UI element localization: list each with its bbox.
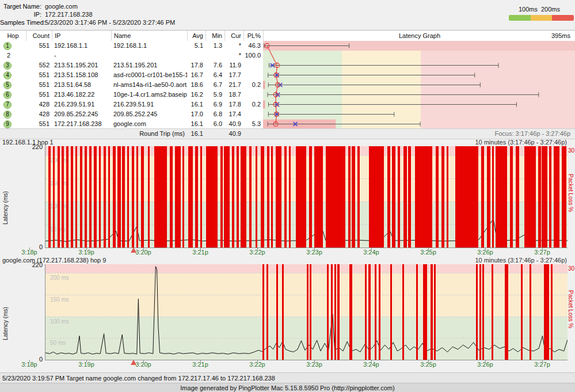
packet-loss-bar <box>375 264 376 360</box>
packet-loss-bar <box>309 146 312 248</box>
x-label: 3:26p <box>477 361 493 368</box>
hop-number: 2 <box>0 51 26 60</box>
table-header-row: HopCountIPNameAvgMinCurPL%Latency Graph3… <box>0 31 575 41</box>
column-header-ip[interactable]: IP <box>52 31 111 41</box>
packet-loss-bar <box>94 146 97 248</box>
packet-loss-bar <box>369 146 383 248</box>
x-label: 3:19p <box>78 361 94 368</box>
graph1-plot-area[interactable]: 200 ms150 ms100 ms50 ms <box>45 146 568 248</box>
cell-ip: 192.168.1.1 <box>52 41 111 51</box>
ip-value: 172.217.168.238 <box>45 11 93 18</box>
column-header-cur[interactable]: Cur <box>224 31 243 41</box>
latency-scale-max-label: 395ms <box>535 31 573 41</box>
cell-ip: 213.51.195.201 <box>52 60 111 70</box>
packet-loss-bar <box>331 264 333 360</box>
hop-number-badge: 5 <box>3 81 12 89</box>
cell-cur: 17.8 <box>224 100 243 109</box>
cell-pl: 46.3 <box>243 41 263 51</box>
x-label: 3:27p <box>534 361 550 368</box>
cell-count: 551 <box>26 41 52 51</box>
packet-loss-bar <box>266 264 268 360</box>
latency-scale-legend: 100ms 200ms <box>509 6 574 23</box>
column-header-graph[interactable]: Latency Graph <box>263 31 575 41</box>
timeline-graph-hop9: google.com (172.217.168.238) hop 9 10 mi… <box>0 257 575 369</box>
cell-cur: 21.7 <box>224 80 243 90</box>
packet-loss-bar <box>505 264 508 360</box>
packet-loss-bar <box>431 264 432 360</box>
packet-loss-bar <box>521 264 523 360</box>
column-header-pl[interactable]: PL% <box>243 31 263 41</box>
cell-pl <box>243 70 263 80</box>
packet-loss-bar <box>220 146 223 248</box>
packet-loss-bar <box>314 146 323 248</box>
cell-min: 1.3 <box>205 41 224 51</box>
packet-loss-bar <box>195 146 198 248</box>
packet-loss-bar <box>200 146 203 248</box>
packet-loss-bar <box>148 146 150 248</box>
graph1-xaxis: 3:18p3:19p3:20p3:21p3:22p3:23p3:24p3:25p… <box>0 248 575 257</box>
column-header-name[interactable]: Name <box>111 31 187 41</box>
packet-loss-bar <box>310 264 311 360</box>
column-header-hop[interactable]: Hop <box>0 31 26 41</box>
cell-avg: 17.8 <box>187 60 205 70</box>
hop-number-badge: 4 <box>3 71 12 79</box>
column-header-count[interactable]: Count <box>26 31 52 41</box>
cell-pl: 0.2 <box>243 80 263 90</box>
graph2-plot-area[interactable]: 200 ms150 ms100 ms50 ms <box>45 264 568 360</box>
packet-loss-bar <box>276 264 278 360</box>
samples-timed-value: 5/23/2020 3:17:46 PM - 5/23/2020 3:27:46… <box>45 19 175 26</box>
packet-loss-bar <box>276 146 281 248</box>
x-label: 3:23p <box>306 361 322 368</box>
packet-loss-bar <box>348 146 351 248</box>
cell-cur: 11.9 <box>224 60 243 70</box>
cell-count: 551 <box>26 90 52 100</box>
packet-loss-bar <box>329 146 346 248</box>
packet-loss-bar <box>117 146 120 248</box>
packet-loss-bar <box>387 146 390 248</box>
cell-cur: 17.4 <box>224 109 243 119</box>
legend-yellow-segment <box>531 15 553 21</box>
cell-min: 6.0 <box>205 119 224 129</box>
column-header-min[interactable]: Min <box>205 31 224 41</box>
x-label: 3:18p <box>21 249 37 256</box>
graph2-lossmax-label: 30 <box>568 265 574 272</box>
cell-min: 6.4 <box>205 70 224 80</box>
cell-count: 552 <box>26 60 52 70</box>
packet-loss-bar <box>224 146 230 248</box>
cell-pl: 0.2 <box>243 100 263 109</box>
cell-name: nl-ams14a-ri1-ae50-0.aorta.ne <box>111 80 187 90</box>
packet-loss-bar <box>154 146 167 248</box>
packet-loss-bar <box>307 264 309 360</box>
packet-loss-bar <box>89 146 92 248</box>
column-header-avg[interactable]: Avg <box>187 31 205 41</box>
packet-loss-bar <box>296 146 306 248</box>
packet-loss-bar <box>479 264 481 360</box>
cell-pl <box>243 109 263 119</box>
hop-number-badge: 9 <box>3 120 12 128</box>
event-marker-triangle[interactable] <box>131 360 136 365</box>
cell-pl <box>243 60 263 70</box>
packet-loss-bar <box>455 146 478 248</box>
packet-loss-bar <box>481 146 484 248</box>
packet-loss-bar <box>249 146 252 248</box>
event-marker-triangle[interactable] <box>131 248 136 253</box>
packet-loss-bar <box>262 264 264 360</box>
cell-name: 192.168.1.1 <box>111 41 187 51</box>
packet-loss-bar <box>48 146 51 248</box>
cell-cur: 17.7 <box>224 70 243 80</box>
packet-loss-bar <box>175 146 181 248</box>
status-message: 5/23/2020 3:19:57 PM Target name google.… <box>2 375 275 382</box>
cell-count: 551 <box>26 70 52 80</box>
packet-loss-bar <box>182 146 185 248</box>
loss-badge <box>263 101 265 109</box>
cell-ip: 172.217.168.238 <box>52 119 111 129</box>
cell-ip: 213.51.64.58 <box>52 80 111 90</box>
x-label: 3:23p <box>306 249 322 256</box>
footer-credit: Image generated by PingPlotter Mac 5.15.… <box>180 385 394 391</box>
pingplotter-window: Target Name: google.com IP: 172.217.168.… <box>0 0 575 392</box>
packet-loss-bar <box>113 146 116 248</box>
packet-loss-bar <box>80 146 83 248</box>
target-name-label: Target Name: <box>0 3 41 10</box>
packet-loss-bar <box>170 146 173 248</box>
cell-pl: 100.0 <box>243 51 263 60</box>
